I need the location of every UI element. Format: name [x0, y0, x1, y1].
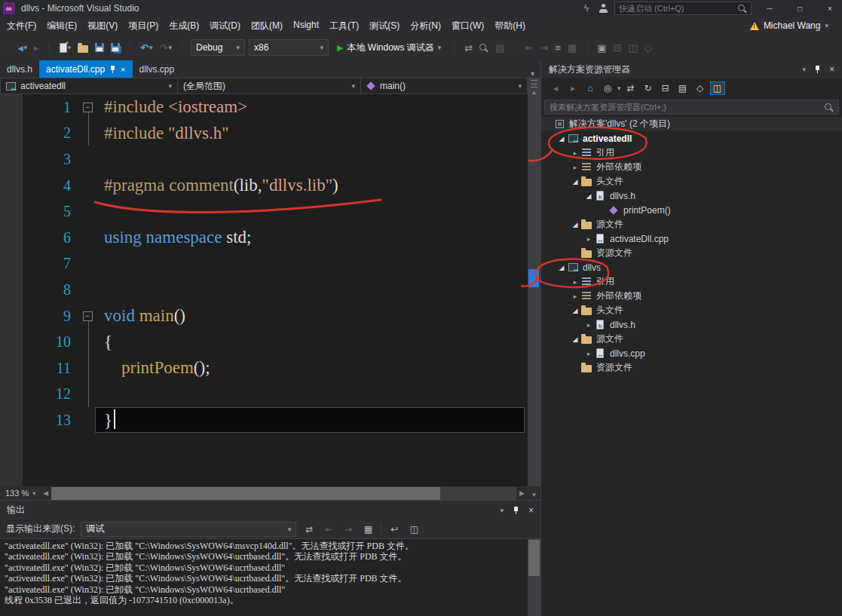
pin-icon[interactable]: [513, 506, 519, 515]
next-message-icon[interactable]: ⇥: [341, 524, 355, 535]
find-button[interactable]: [478, 41, 490, 54]
show-all-files-icon[interactable]: ▤: [675, 81, 690, 95]
code-line-9[interactable]: 9−void main(): [0, 303, 528, 329]
document-list-chevron-icon[interactable]: ▾: [531, 69, 540, 78]
sync-with-active-document-icon[interactable]: ⇄: [623, 81, 638, 95]
menu-build[interactable]: 生成(B): [164, 17, 204, 35]
output-vertical-scrollbar[interactable]: [528, 538, 540, 616]
word-wrap-icon[interactable]: ↩: [387, 524, 401, 535]
menu-edit[interactable]: 编辑(E): [41, 17, 82, 35]
zoom-chevron-icon[interactable]: ▾: [29, 490, 40, 497]
previous-message-icon[interactable]: ⇤: [322, 524, 335, 535]
tree-item-solution-node[interactable]: 解决方案'dllvs' (2 个项目): [541, 117, 842, 131]
output-scroll-thumb[interactable]: [528, 540, 540, 576]
expand-icon[interactable]: ▸: [583, 350, 594, 357]
tree-item-file-activatedll-cpp[interactable]: ▸activateDll.cpp: [541, 231, 842, 246]
tree-item-header-files-1[interactable]: ◢头文件: [541, 174, 842, 188]
save-button[interactable]: [93, 41, 106, 54]
expand-icon[interactable]: ▸: [570, 293, 580, 300]
code-line-12[interactable]: 12: [0, 382, 528, 408]
bookmark-button[interactable]: ▣: [596, 41, 608, 55]
zoom-level[interactable]: 133 %: [0, 489, 29, 498]
collapse-icon[interactable]: ◢: [556, 135, 567, 143]
tree-item-function-printpoem[interactable]: printPoem(): [541, 203, 842, 217]
window-position-chevron-icon[interactable]: ▾: [802, 66, 806, 73]
back-icon[interactable]: ◂: [548, 81, 563, 95]
tab-activatedll-cpp[interactable]: activateDll.cpp×: [39, 60, 132, 78]
redo-button[interactable]: ↷▾: [158, 41, 173, 55]
tree-item-file-dllvs-h-1[interactable]: ◢dllvs.h: [541, 188, 842, 203]
scope-dropdown[interactable]: (全局范围) ▾: [178, 78, 361, 94]
pin-icon[interactable]: [109, 65, 116, 74]
view-code-icon[interactable]: ◇: [693, 81, 708, 95]
indent-button[interactable]: ⇥: [538, 41, 550, 55]
navigate-forward-button[interactable]: ▸: [32, 41, 41, 55]
collapse-icon[interactable]: ◢: [570, 307, 580, 314]
menu-tools[interactable]: 工具(T): [324, 17, 364, 35]
tab-dllvs-cpp[interactable]: dllvs.cpp: [133, 60, 182, 78]
collapse-icon[interactable]: ◢: [570, 336, 580, 343]
solution-explorer-header[interactable]: 解决方案资源管理器 ▾ ×: [541, 60, 842, 78]
menu-analyze[interactable]: 分析(N): [405, 17, 446, 35]
window-position-chevron-icon[interactable]: ▾: [500, 507, 504, 514]
close-button[interactable]: ×: [818, 0, 842, 17]
tree-item-source-files-2[interactable]: ◢源文件: [541, 332, 842, 346]
new-file-button[interactable]: ▾: [58, 41, 73, 54]
signed-in-user[interactable]: Michael Wang: [764, 20, 821, 31]
collapse-icon[interactable]: ◢: [556, 264, 567, 271]
horizontal-scroll-track[interactable]: [51, 487, 516, 500]
jump-to-message-icon[interactable]: ⇄: [302, 524, 316, 535]
outdent-button[interactable]: ⇤: [524, 41, 535, 55]
clear-all-icon[interactable]: ▦: [361, 524, 375, 535]
tree-item-file-dllvs-cpp[interactable]: ▸dllvs.cpp: [541, 346, 842, 360]
code-line-4[interactable]: 4#pragma comment(lib,"dllvs.lib"): [0, 173, 528, 199]
code-line-11[interactable]: 11 printPoem();: [0, 355, 528, 382]
code-line-8[interactable]: 8: [0, 277, 528, 303]
menu-debug[interactable]: 调试(D): [204, 17, 246, 35]
close-icon[interactable]: ×: [829, 64, 834, 75]
collapse-icon[interactable]: ◢: [570, 221, 580, 228]
navigate-back-button[interactable]: ◂▾: [17, 41, 29, 55]
toggle-output-icon[interactable]: ◫: [407, 524, 421, 535]
code-line-7[interactable]: 7: [0, 251, 528, 277]
pending-changes-filter-icon[interactable]: ◎: [600, 81, 615, 95]
code-line-3[interactable]: 3: [0, 146, 528, 173]
comment-button[interactable]: ≡: [553, 41, 562, 55]
undo-button[interactable]: ↶▾: [139, 41, 154, 55]
expand-icon[interactable]: ▸: [570, 164, 580, 171]
scrollbar-marker[interactable]: [528, 269, 539, 287]
collapse-toggle-icon[interactable]: −: [83, 311, 93, 321]
tree-item-external-dependencies-2[interactable]: ▸外部依赖项: [541, 289, 842, 303]
preview-selected-items-icon[interactable]: ◫: [710, 81, 725, 95]
user-menu-chevron-icon[interactable]: ▾: [825, 22, 828, 29]
debug-configuration-select[interactable]: Debug▾: [191, 39, 245, 56]
menu-view[interactable]: 视图(V): [82, 17, 123, 35]
tree-item-references-1[interactable]: ▸引用: [541, 146, 842, 160]
tree-item-references-2[interactable]: ▸引用: [541, 274, 842, 289]
output-log[interactable]: "activeatedll.exe" (Win32): 已加载 "C:\Wind…: [0, 538, 528, 616]
expand-icon[interactable]: ▸: [583, 235, 594, 243]
code-line-6[interactable]: 6using namespace std;: [0, 225, 528, 251]
menu-project[interactable]: 项目(P): [123, 17, 164, 35]
solution-explorer-search[interactable]: 搜索解决方案资源管理器(Ctrl+;): [544, 100, 839, 115]
member-dropdown[interactable]: main() ▾: [361, 78, 528, 94]
menu-nsight[interactable]: Nsight: [288, 17, 324, 35]
open-file-button[interactable]: [76, 41, 90, 54]
code-line-1[interactable]: 1−#include <iostream>: [0, 94, 528, 121]
output-source-select[interactable]: 调试 ▾: [81, 522, 296, 537]
menu-help[interactable]: 帮助(H): [489, 17, 531, 35]
horizontal-scroll-thumb[interactable]: [51, 487, 440, 500]
close-icon[interactable]: ×: [121, 65, 125, 74]
split-editor-handle[interactable]: [531, 80, 537, 87]
scroll-left-icon[interactable]: ◀: [40, 489, 51, 497]
minimize-button[interactable]: ─: [758, 0, 782, 17]
project-dropdown[interactable]: activeatedll ▾: [0, 78, 178, 94]
save-all-button[interactable]: [109, 41, 121, 54]
code-view-button[interactable]: ◇: [643, 41, 654, 55]
menu-test[interactable]: 测试(S): [364, 17, 405, 35]
tree-item-project-dllvs[interactable]: ◢dllvs: [541, 260, 842, 274]
collapse-icon[interactable]: ◢: [583, 192, 594, 200]
code-line-13[interactable]: 13}: [0, 407, 528, 434]
tree-item-source-files-1[interactable]: ◢源文件: [541, 217, 842, 231]
tab-dllvs-h[interactable]: dllvs.h: [0, 60, 39, 78]
